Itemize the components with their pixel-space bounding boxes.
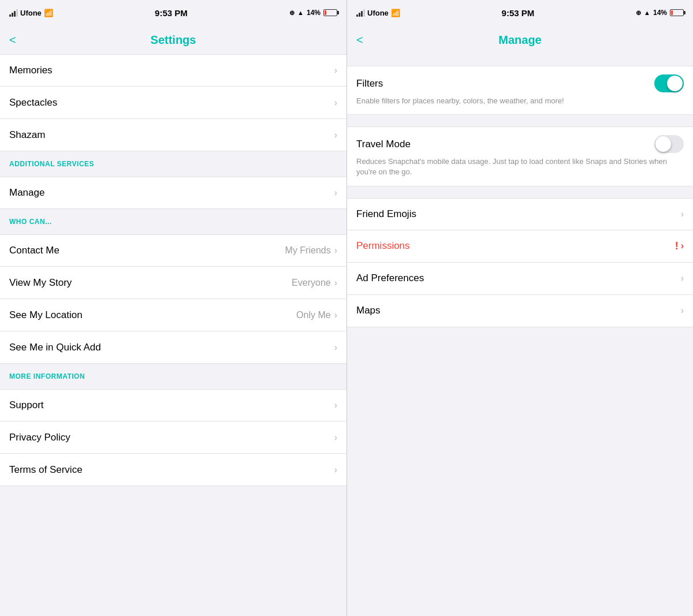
travel-mode-section: Travel Mode Reduces Snapchat's mobile da… [347,126,693,186]
support-chevron-icon: › [334,400,337,410]
manage-item-ad-preferences[interactable]: Ad Preferences › [347,263,693,295]
travel-mode-toggle-row: Travel Mode [356,135,684,153]
privacy-policy-label: Privacy Policy [9,432,334,443]
location-icon: ⊕ [289,9,295,17]
travel-mode-label: Travel Mode [356,139,654,150]
left-time: 9:53 PM [155,8,188,18]
left-status-bar: Ufone 📶 9:53 PM ⊕ ▲ 14% [0,0,346,25]
terms-of-service-label: Terms of Service [9,464,334,476]
friend-emojis-label: Friend Emojis [356,208,681,220]
memories-chevron-icon: › [334,65,337,76]
permissions-alert-icon: ! [675,240,679,252]
friend-emojis-chevron-icon: › [681,209,684,219]
travel-mode-toggle-thumb [655,136,671,152]
settings-item-terms-of-service[interactable]: Terms of Service › [0,454,346,486]
right-location-icon: ⊕ [636,9,641,17]
right-wifi-icon: 📶 [391,9,400,17]
signal-bars-icon [9,9,18,17]
manage-chevron-icon: › [334,188,337,198]
travel-mode-description: Reduces Snapchat's mobile data usage. Ju… [356,156,684,177]
settings-item-quick-add[interactable]: See Me in Quick Add › [0,331,346,364]
ad-preferences-label: Ad Preferences [356,272,681,284]
additional-services-label: ADDITIONAL SERVICES [9,160,94,168]
wifi-icon: 📶 [44,9,53,17]
who-can-section: Contact Me My Friends › View My Story Ev… [0,234,346,364]
left-carrier-signal: Ufone 📶 [9,9,53,17]
quick-add-chevron-icon: › [334,342,337,353]
travel-mode-toggle[interactable] [654,135,684,153]
right-battery-area: ⊕ ▲ 14% [636,9,684,17]
who-can-header: WHO CAN... [0,209,346,234]
filters-toggle[interactable] [654,74,684,92]
right-status-bar: Ufone 📶 9:53 PM ⊕ ▲ 14% [347,0,693,25]
left-panel: Ufone 📶 9:53 PM ⊕ ▲ 14% < Settings Memor… [0,0,346,616]
see-location-label: See My Location [9,309,296,321]
settings-item-spectacles[interactable]: Spectacles › [0,87,346,119]
filters-description: Enable filters for places nearby, colors… [356,96,684,106]
right-battery-icon [670,9,684,16]
right-battery-fill [671,10,673,15]
left-battery-icon [323,9,337,16]
filter-divider [347,115,693,126]
filters-toggle-row: Filters [356,74,684,92]
settings-item-privacy-policy[interactable]: Privacy Policy › [0,421,346,454]
privacy-policy-chevron-icon: › [334,432,337,443]
quick-add-label: See Me in Quick Add [9,342,334,353]
left-carrier-name: Ufone [20,9,42,17]
ad-preferences-chevron-icon: › [681,273,684,283]
right-nav-bar: < Manage [347,25,693,54]
settings-item-see-location[interactable]: See My Location Only Me › [0,299,346,331]
spectacles-chevron-icon: › [334,98,337,108]
see-location-value: Only Me [296,310,331,320]
settings-item-memories[interactable]: Memories › [0,54,346,87]
manage-item-maps[interactable]: Maps › [347,295,693,327]
right-navigation-icon: ▲ [644,9,650,16]
right-carrier-name: Ufone [367,9,389,17]
permissions-label: Permissions [356,240,675,252]
contact-me-chevron-icon: › [334,245,337,256]
right-battery-percent: 14% [653,9,667,17]
left-battery-fill [325,10,326,15]
contact-me-label: Contact Me [9,245,285,256]
manage-item-friend-emojis[interactable]: Friend Emojis › [347,198,693,230]
filters-label: Filters [356,78,654,89]
left-content: Memories › Spectacles › Shazam › ADDITIO… [0,54,346,616]
spectacles-label: Spectacles [9,97,334,109]
top-spacer [347,54,693,66]
right-content: Filters Enable filters for places nearby… [347,54,693,616]
filters-toggle-thumb [667,76,683,91]
more-information-header: MORE INFORMATION [0,364,346,389]
view-story-value: Everyone [292,278,331,288]
manage-label: Manage [9,187,334,199]
terms-chevron-icon: › [334,465,337,475]
maps-label: Maps [356,305,681,316]
view-story-chevron-icon: › [334,278,337,288]
left-page-title: Settings [151,33,196,47]
contact-me-value: My Friends [285,245,331,256]
shazam-label: Shazam [9,129,334,141]
right-carrier-signal: Ufone 📶 [356,9,400,17]
right-page-title: Manage [498,33,541,47]
right-signal-bars-icon [356,9,365,17]
manage-item-permissions[interactable]: Permissions ! › [347,230,693,263]
see-location-chevron-icon: › [334,310,337,320]
top-section: Memories › Spectacles › Shazam › [0,54,346,151]
settings-item-manage[interactable]: Manage › [0,177,346,209]
left-nav-bar: < Settings [0,25,346,54]
left-battery-area: ⊕ ▲ 14% [289,9,337,17]
filters-section: Filters Enable filters for places nearby… [347,66,693,115]
additional-services-section: Manage › [0,177,346,209]
settings-item-shazam[interactable]: Shazam › [0,119,346,151]
additional-services-header: ADDITIONAL SERVICES [0,151,346,177]
more-information-label: MORE INFORMATION [9,372,85,380]
view-story-label: View My Story [9,277,292,289]
right-time: 9:53 PM [502,8,535,18]
settings-item-contact-me[interactable]: Contact Me My Friends › [0,234,346,267]
left-battery-percent: 14% [307,9,321,17]
settings-item-view-story[interactable]: View My Story Everyone › [0,267,346,299]
right-back-button[interactable]: < [356,33,363,47]
settings-item-support[interactable]: Support › [0,389,346,421]
left-back-button[interactable]: < [9,33,16,47]
travel-divider [347,186,693,198]
maps-chevron-icon: › [681,305,684,316]
